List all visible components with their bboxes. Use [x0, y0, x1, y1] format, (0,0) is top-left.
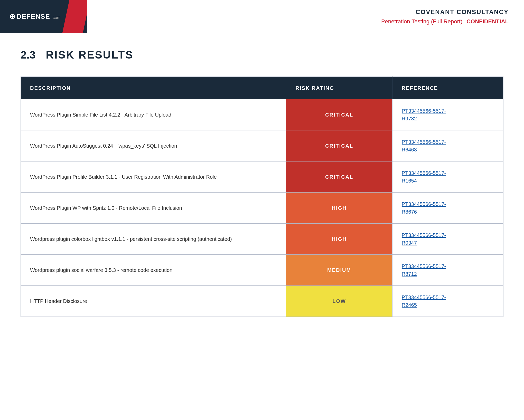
- main-content: 2.3 RISK RESULTS DESCRIPTION RISK RATING…: [0, 33, 524, 332]
- row-5-reference-link[interactable]: PT33445566-5517-R8712: [402, 262, 494, 278]
- table-row: WordPress Plugin Profile Builder 3.1.1 -…: [21, 161, 503, 193]
- row-2-rating: CRITICAL: [286, 161, 392, 193]
- row-5-rating: MEDIUM: [286, 255, 392, 286]
- table-row: WordPress Plugin Simple File List 4.2.2 …: [21, 99, 503, 130]
- row-4-reference: PT33445566-5517-R0347: [392, 224, 503, 255]
- row-3-reference: PT33445566-5517-R8676: [392, 193, 503, 224]
- col-header-reference: REFERENCE: [392, 77, 503, 100]
- row-2-reference: PT33445566-5517-R1654: [392, 161, 503, 193]
- row-0-description: WordPress Plugin Simple File List 4.2.2 …: [21, 99, 286, 130]
- row-0-reference-link[interactable]: PT33445566-5517-R9732: [402, 107, 494, 122]
- logo-icon: ⊕: [9, 12, 15, 21]
- row-3-reference-link[interactable]: PT33445566-5517-R8676: [402, 200, 494, 216]
- page-header: ⊕ DEFENSE .com COVENANT CONSULTANCY Pene…: [0, 0, 524, 33]
- report-title: Penetration Testing (Full Report): [381, 18, 462, 25]
- table-row: WordPress Plugin AutoSuggest 0.24 - 'wpa…: [21, 130, 503, 161]
- logo-area: ⊕ DEFENSE .com: [0, 0, 87, 33]
- row-1-rating: CRITICAL: [286, 130, 392, 161]
- row-5-description: Wordpress plugin social warfare 3.5.3 - …: [21, 255, 286, 286]
- row-5-reference: PT33445566-5517-R8712: [392, 255, 503, 286]
- row-0-rating: CRITICAL: [286, 99, 392, 130]
- row-0-reference: PT33445566-5517-R9732: [392, 99, 503, 130]
- section-title: RISK RESULTS: [46, 49, 133, 61]
- row-3-description: WordPress Plugin WP with Spritz 1.0 - Re…: [21, 193, 286, 224]
- row-1-reference: PT33445566-5517-R6468: [392, 130, 503, 161]
- row-6-rating: LOW: [286, 286, 392, 317]
- table-row: Wordpress plugin social warfare 3.5.3 - …: [21, 255, 503, 286]
- table-row: WordPress Plugin WP with Spritz 1.0 - Re…: [21, 193, 503, 224]
- row-4-reference-link[interactable]: PT33445566-5517-R0347: [402, 231, 494, 247]
- logo-tld-text: .com: [52, 15, 61, 20]
- logo-slash-decoration: [62, 0, 87, 33]
- table-body: WordPress Plugin Simple File List 4.2.2 …: [21, 99, 503, 317]
- table-header: DESCRIPTION RISK RATING REFERENCE: [21, 77, 503, 100]
- table-row: Wordpress plugin colorbox lightbox v1.1.…: [21, 224, 503, 255]
- row-2-reference-link[interactable]: PT33445566-5517-R1654: [402, 169, 494, 185]
- row-2-description: WordPress Plugin Profile Builder 3.1.1 -…: [21, 161, 286, 193]
- table-row: HTTP Header DisclosureLOWPT33445566-5517…: [21, 286, 503, 317]
- row-1-description: WordPress Plugin AutoSuggest 0.24 - 'wpa…: [21, 130, 286, 161]
- logo-defense-text: DEFENSE: [17, 13, 50, 21]
- row-1-reference-link[interactable]: PT33445566-5517-R6468: [402, 138, 494, 154]
- table-header-row: DESCRIPTION RISK RATING REFERENCE: [21, 77, 503, 100]
- confidential-label: CONFIDENTIAL: [466, 18, 509, 25]
- company-name: COVENANT CONSULTANCY: [416, 8, 509, 16]
- col-header-risk-rating: RISK RATING: [286, 77, 392, 100]
- subtitle-line: Penetration Testing (Full Report) CONFID…: [381, 18, 509, 25]
- section-title-row: 2.3 RISK RESULTS: [21, 49, 503, 61]
- row-6-description: HTTP Header Disclosure: [21, 286, 286, 317]
- col-header-description: DESCRIPTION: [21, 77, 286, 100]
- row-3-rating: HIGH: [286, 193, 392, 224]
- logo: ⊕ DEFENSE .com: [0, 12, 60, 21]
- section-number: 2.3: [21, 49, 35, 61]
- row-6-reference: PT33445566-5517-R2465: [392, 286, 503, 317]
- row-6-reference-link[interactable]: PT33445566-5517-R2465: [402, 293, 494, 309]
- row-4-description: Wordpress plugin colorbox lightbox v1.1.…: [21, 224, 286, 255]
- header-right: COVENANT CONSULTANCY Penetration Testing…: [87, 0, 524, 33]
- row-4-rating: HIGH: [286, 224, 392, 255]
- risk-results-table: DESCRIPTION RISK RATING REFERENCE WordPr…: [21, 77, 503, 317]
